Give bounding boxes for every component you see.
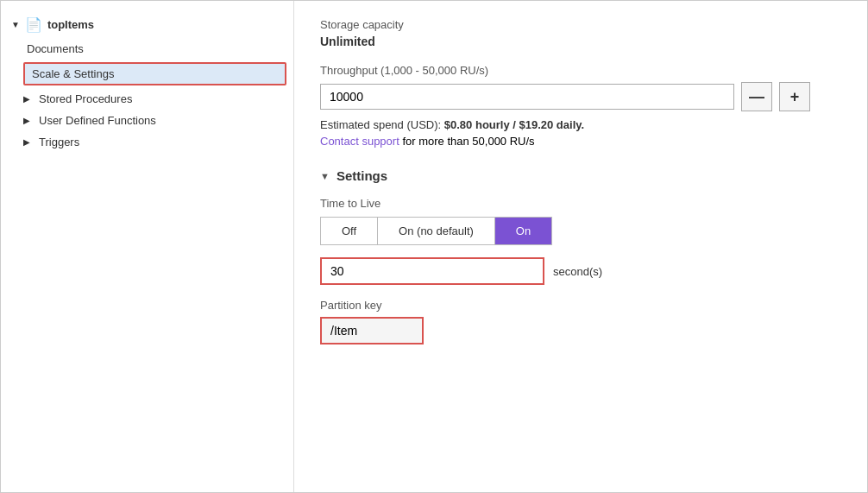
- throughput-input[interactable]: [320, 84, 734, 110]
- ttl-value-input[interactable]: [320, 257, 544, 285]
- sidebar-item-documents[interactable]: Documents: [1, 38, 293, 60]
- throughput-decrease-button[interactable]: —: [741, 82, 772, 111]
- user-defined-functions-arrow-icon: ▶: [23, 116, 35, 125]
- storage-capacity-value: Unlimited: [320, 35, 841, 48]
- sidebar-item-label-stored-procedures: Stored Procedures: [39, 92, 132, 105]
- settings-label: Settings: [337, 168, 387, 183]
- sidebar-item-scale-settings-wrapper: Scale & Settings: [1, 60, 293, 88]
- sidebar-item-label-documents: Documents: [27, 42, 84, 55]
- ttl-value-row: second(s): [320, 257, 841, 285]
- sidebar-item-label-triggers: Triggers: [39, 136, 79, 149]
- sidebar-item-triggers[interactable]: ▶ Triggers: [1, 131, 293, 153]
- stored-procedures-arrow-icon: ▶: [23, 94, 35, 104]
- sidebar-item-label-user-defined-functions: User Defined Functions: [39, 114, 156, 127]
- root-arrow-icon: ▼: [11, 20, 20, 29]
- storage-capacity-label: Storage capacity: [320, 18, 841, 31]
- ttl-off-button[interactable]: Off: [321, 218, 378, 244]
- ttl-seconds-label: second(s): [553, 265, 602, 278]
- partition-key-label: Partition key: [320, 299, 841, 312]
- ttl-button-group: Off On (no default) On: [320, 217, 552, 245]
- partition-key-row: [320, 317, 841, 344]
- settings-header: ▼ Settings: [320, 168, 841, 183]
- sidebar-root-label: topItems: [47, 18, 94, 31]
- sidebar-root-item[interactable]: ▼ 📄 topItems: [1, 9, 293, 38]
- document-icon: 📄: [25, 16, 42, 33]
- contact-suffix-text: for more than 50,000 RU/s: [402, 135, 534, 148]
- partition-key-input[interactable]: [320, 317, 424, 344]
- contact-support-row: Contact support for more than 50,000 RU/…: [320, 135, 841, 148]
- sidebar-item-label-scale-settings: Scale & Settings: [32, 67, 114, 80]
- throughput-increase-button[interactable]: +: [779, 82, 810, 111]
- spend-bold: $0.80 hourly / $19.20 daily.: [444, 118, 584, 131]
- ttl-on-no-default-button[interactable]: On (no default): [378, 218, 495, 244]
- spend-prefix: Estimated spend (USD):: [320, 118, 441, 131]
- ttl-label: Time to Live: [320, 197, 841, 210]
- triggers-arrow-icon: ▶: [23, 137, 35, 147]
- sidebar-item-scale-settings[interactable]: Scale & Settings: [23, 62, 286, 85]
- spend-estimate: Estimated spend (USD): $0.80 hourly / $1…: [320, 118, 841, 131]
- sidebar-item-user-defined-functions[interactable]: ▶ User Defined Functions: [1, 110, 293, 131]
- contact-support-link[interactable]: Contact support: [320, 135, 399, 148]
- settings-arrow-icon: ▼: [320, 171, 330, 181]
- ttl-on-button[interactable]: On: [495, 218, 551, 244]
- sidebar: ▼ 📄 topItems Documents Scale & Settings …: [1, 1, 294, 492]
- sidebar-item-stored-procedures[interactable]: ▶ Stored Procedures: [1, 88, 293, 110]
- throughput-row: — +: [320, 82, 841, 111]
- main-content: Storage capacity Unlimited Throughput (1…: [294, 1, 867, 492]
- throughput-label: Throughput (1,000 - 50,000 RU/s): [320, 64, 841, 77]
